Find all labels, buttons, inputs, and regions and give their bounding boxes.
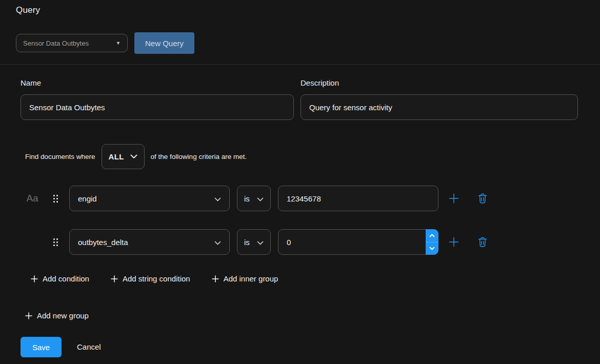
- chevron-down-icon: [214, 238, 221, 247]
- new-query-button[interactable]: New Query: [134, 32, 194, 54]
- criteria-suffix-text: of the following criteria are met.: [151, 153, 247, 160]
- add-string-condition-link[interactable]: Add string condition: [111, 274, 190, 284]
- add-new-group-label: Add new group: [37, 311, 89, 321]
- plus-icon: [212, 275, 219, 282]
- query-toolbar: Sensor Data Outbytes ▼ New Query: [16, 32, 584, 54]
- chevron-down-icon: [429, 247, 435, 250]
- condition-operator-value: is: [244, 238, 250, 247]
- condition-field-select[interactable]: engid: [69, 186, 230, 211]
- chevron-up-icon: [429, 234, 435, 237]
- match-type-value: ALL: [109, 152, 124, 161]
- add-condition-label: Add condition: [43, 274, 89, 284]
- plus-icon: [111, 275, 118, 282]
- page-title: Query: [16, 5, 584, 15]
- group-actions: Add new group: [25, 311, 584, 321]
- match-type-select[interactable]: ALL: [102, 144, 145, 169]
- dropdown-triangle-icon: ▼: [116, 41, 121, 46]
- condition-value-wrap: [278, 229, 438, 255]
- save-button[interactable]: Save: [21, 337, 62, 357]
- form-footer: Save Cancel: [21, 337, 584, 357]
- criteria-prefix-text: Find documents where: [25, 153, 95, 160]
- plus-icon: [25, 312, 32, 319]
- trash-icon: [478, 237, 487, 247]
- plus-icon: [31, 275, 38, 282]
- chevron-down-icon: [130, 153, 137, 160]
- add-condition-plus-button[interactable]: [448, 236, 460, 248]
- add-inner-group-label: Add inner group: [224, 274, 278, 284]
- condition-value-input[interactable]: [278, 186, 438, 211]
- query-meta-form: Name Description: [16, 78, 584, 120]
- condition-row: Aa engid is: [16, 186, 584, 211]
- criteria-intro: Find documents where ALL of the followin…: [25, 144, 584, 169]
- stepper-up-button[interactable]: [426, 229, 438, 242]
- description-input[interactable]: [301, 94, 578, 120]
- stepper-down-button[interactable]: [426, 242, 438, 255]
- description-field-group: Description: [301, 78, 578, 120]
- condition-operator-value: is: [244, 194, 250, 203]
- string-type-icon: Aa: [26, 193, 38, 204]
- saved-query-select-value: Sensor Data Outbytes: [23, 39, 89, 47]
- delete-condition-button[interactable]: [476, 192, 489, 205]
- condition-field-value: outbytes_delta: [78, 238, 128, 247]
- add-inner-group-link[interactable]: Add inner group: [212, 274, 278, 284]
- condition-operator-select[interactable]: is: [237, 229, 271, 255]
- condition-field-select[interactable]: outbytes_delta: [69, 229, 230, 255]
- name-label: Name: [21, 78, 294, 88]
- field-type-slot: Aa: [26, 193, 39, 204]
- number-stepper[interactable]: [426, 229, 438, 255]
- add-new-group-link[interactable]: Add new group: [25, 311, 89, 321]
- plus-icon: [449, 237, 459, 247]
- add-condition-link[interactable]: Add condition: [31, 274, 89, 284]
- delete-condition-button[interactable]: [476, 236, 489, 248]
- name-field-group: Name: [21, 78, 294, 120]
- drag-handle-icon[interactable]: [53, 238, 58, 246]
- name-input[interactable]: [21, 94, 294, 120]
- add-condition-plus-button[interactable]: [448, 192, 460, 205]
- chevron-down-icon: [257, 194, 264, 203]
- description-label: Description: [301, 78, 578, 88]
- condition-operator-select[interactable]: is: [237, 186, 271, 211]
- chevron-down-icon: [257, 238, 264, 247]
- saved-query-select[interactable]: Sensor Data Outbytes ▼: [16, 34, 128, 52]
- chevron-down-icon: [214, 194, 221, 203]
- add-string-condition-label: Add string condition: [123, 274, 190, 284]
- condition-field-value: engid: [78, 194, 97, 203]
- section-divider: [0, 64, 600, 65]
- condition-value-input[interactable]: [278, 229, 438, 255]
- query-builder-page: Query Sensor Data Outbytes ▼ New Query N…: [0, 0, 600, 364]
- condition-row: outbytes_delta is: [16, 229, 584, 255]
- condition-actions: Add condition Add string condition Add i…: [31, 274, 584, 284]
- condition-value-wrap: [278, 186, 438, 211]
- drag-handle-icon[interactable]: [53, 195, 58, 203]
- cancel-button[interactable]: Cancel: [77, 342, 101, 352]
- trash-icon: [478, 193, 487, 204]
- plus-icon: [449, 193, 459, 204]
